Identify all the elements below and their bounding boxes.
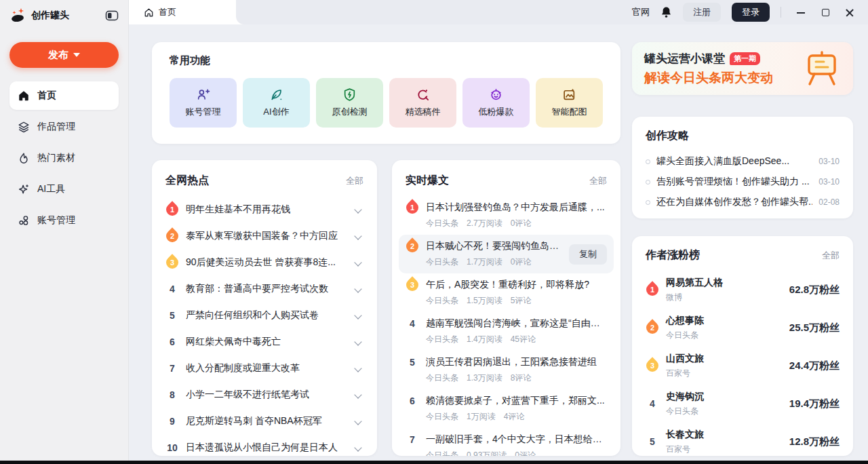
hot-topic-row[interactable]: 3 90后健美运动员去世 曾获赛事8连... (165, 249, 363, 275)
hot-topic-row[interactable]: 5 严禁向任何组织和个人购买试卷 (165, 302, 363, 328)
article-comments: 8评论 (511, 372, 532, 384)
sidebar-item-hot-materials[interactable]: 热门素材 (9, 144, 119, 172)
section-title: 全网热点 (165, 174, 209, 188)
sidebar-item-label: AI工具 (37, 183, 65, 195)
viral-article-row[interactable]: 2 日本贼心不死！要强闯钓鱼岛？... 今日头条 1.7万阅读 0评论 复制 (399, 235, 614, 273)
guide-row[interactable]: 告别账号管理烦恼！创作罐头助力 ... 03-10 (646, 172, 840, 192)
article-comments: 0评论 (511, 256, 532, 268)
article-source: 今日头条 (426, 372, 458, 384)
article-comments: 5评论 (511, 295, 532, 307)
viral-article-row[interactable]: 4 越南军舰强闯台湾海峡，宣称这是“自由航... 今日头条 1.4万阅读 45评… (399, 312, 614, 351)
tile-low-fan-hits[interactable]: 低粉爆款 (462, 78, 530, 128)
login-button[interactable]: 登录 (732, 3, 770, 22)
viral-article-row[interactable]: 6 赖清德要掀桌子，对蓝营下重手，郑丽文... 今日头条 1万阅读 4评论 (399, 389, 614, 428)
guide-row[interactable]: 还在为自媒体创作发愁？创作罐头帮... 02-08 (646, 192, 840, 212)
sidebar-item-accounts[interactable]: 账号管理 (9, 206, 119, 235)
viral-article-row[interactable]: 3 午后，A股突发！重磅利好，即将释放? 今日头条 1.5万阅读 5评论 (399, 273, 614, 312)
hot-topic-row[interactable]: 8 小学一二年级不进行纸笔考试 (165, 381, 363, 408)
hot-topic-row[interactable]: 7 收入分配制度或迎重大改革 (165, 355, 363, 381)
hot-topics-all-link[interactable]: 全部 (346, 175, 363, 187)
author-name: 长春文旅 (666, 429, 783, 441)
hot-topic-row[interactable]: 2 泰军从柬军缴获中国装备？中方回应 (165, 223, 363, 249)
chevron-down-icon[interactable] (354, 417, 361, 425)
banner-title: 罐头运营小课堂 (644, 51, 725, 66)
tile-originality-check[interactable]: 原创检测 (316, 78, 383, 128)
article-title: 午后，A股突发！重磅利好，即将释放? (426, 279, 589, 291)
chevron-down-icon[interactable] (354, 258, 361, 266)
sidebar-item-works[interactable]: 作品管理 (9, 113, 119, 141)
section-title: 实时爆文 (406, 174, 449, 188)
article-source: 今日头条 (426, 334, 458, 345)
hot-topic-row[interactable]: 6 网红柴犬佩奇中毒死亡 (165, 328, 363, 355)
publish-label: 发布 (48, 49, 68, 62)
sidebar-item-label: 账号管理 (37, 214, 75, 227)
author-row[interactable]: 1 网易第五人格 微博 62.8万粉丝 (646, 271, 840, 309)
topic-title: 网红柴犬佩奇中毒死亡 (186, 336, 349, 348)
viral-article-row[interactable]: 7 一副破旧手套，4个中文大字，日本想给自... 今日头条 0.93万阅读 0评… (399, 428, 614, 456)
article-source: 今日头条 (426, 411, 458, 423)
chevron-down-icon[interactable] (354, 232, 361, 239)
copy-button[interactable]: 复制 (569, 244, 607, 265)
rank-number: 4 (650, 398, 655, 409)
register-button[interactable]: 注册 (683, 3, 721, 22)
author-row[interactable]: 2 心想事陈 今日头条 25.5万粉丝 (646, 309, 840, 347)
official-site-link[interactable]: 官网 (632, 6, 650, 18)
window-maximize-button[interactable] (821, 7, 830, 17)
course-banner[interactable]: 罐头运营小课堂 第一期 解读今日头条两大变动 (632, 42, 853, 95)
author-rankings-all-link[interactable]: 全部 (822, 250, 840, 262)
publish-button[interactable]: 发布 (9, 42, 119, 68)
rank-badge: 3 (403, 276, 420, 293)
window-minimize-button[interactable] (796, 7, 806, 17)
tile-label: 账号管理 (186, 106, 221, 118)
topic-title: 小学一二年级不进行纸笔考试 (186, 389, 349, 401)
window-close-button[interactable] (845, 7, 854, 17)
topic-title: 尼克斯逆转马刺 首夺NBA杯冠军 (186, 415, 349, 427)
hot-topic-row[interactable]: 10 日本遗孤说从小恨自己为何是日本人 (165, 434, 363, 456)
chevron-down-icon[interactable] (354, 364, 361, 372)
app-window: 创作罐头 发布 首页 作品管理 (0, 0, 868, 464)
article-comments: 45评论 (511, 334, 536, 345)
sidebar-item-label: 首页 (37, 90, 56, 102)
tab-home[interactable]: 首页 (129, 0, 236, 24)
whiteboard-easel-icon (803, 51, 841, 86)
author-platform: 今日头条 (666, 330, 783, 341)
rank-badge: 3 (644, 357, 660, 374)
author-row[interactable]: 4 史海钩沉 今日头条 19.4万粉丝 (646, 385, 840, 423)
sidebar-item-ai-tools[interactable]: AI工具 (9, 175, 119, 204)
guide-title: 还在为自媒体创作发愁？创作罐头帮... (656, 196, 812, 208)
hot-topic-row[interactable]: 9 尼克斯逆转马刺 首夺NBA杯冠军 (165, 408, 363, 434)
chevron-down-icon[interactable] (354, 338, 361, 345)
sidebar-item-home[interactable]: 首页 (9, 81, 119, 110)
chevron-down-icon[interactable] (354, 444, 361, 451)
guide-row[interactable]: 罐头全面接入满血版DeepSee... 03-10 (646, 151, 840, 172)
notification-bell-icon[interactable] (660, 6, 672, 18)
hot-topic-row[interactable]: 1 明年生娃基本不用再花钱 (165, 196, 363, 223)
chevron-down-icon[interactable] (354, 391, 361, 398)
divider (781, 7, 781, 18)
rank-number: 5 (170, 310, 175, 321)
viral-article-row[interactable]: 1 日本计划强登钓鱼岛？中方发最后通牒，... 今日头条 2.7万阅读 0评论 (399, 196, 614, 235)
hot-topic-row[interactable]: 4 教育部：普通高中要严控考试次数 (165, 275, 363, 302)
author-row[interactable]: 3 山西文旅 百家号 24.4万粉丝 (646, 347, 840, 385)
sidebar-item-label: 作品管理 (37, 121, 75, 133)
article-reads: 2.7万阅读 (467, 218, 502, 229)
tile-selected-drafts[interactable]: 精选稿件 (389, 78, 456, 128)
sidebar-collapse-icon[interactable] (105, 9, 119, 22)
tile-smart-images[interactable]: 智能配图 (536, 78, 603, 128)
tile-ai-creation[interactable]: AI创作 (243, 78, 310, 128)
rank-number: 8 (170, 389, 175, 400)
chevron-down-icon[interactable] (354, 311, 361, 319)
article-title: 日本计划强登钓鱼岛？中方发最后通牒，... (426, 201, 605, 214)
viral-article-row[interactable]: 5 演员王传君因病退出，王阳紧急接替进组 今日头条 1.3万阅读 8评论 (399, 351, 614, 389)
chevron-down-icon[interactable] (354, 285, 361, 292)
layers-icon (18, 121, 30, 133)
sidebar: 创作罐头 发布 首页 作品管理 (0, 0, 129, 464)
viral-articles-all-link[interactable]: 全部 (589, 175, 607, 187)
rank-number: 4 (410, 318, 415, 329)
rank-number: 9 (170, 416, 175, 427)
article-title: 一副破旧手套，4个中文大字，日本想给自... (426, 433, 607, 446)
author-name: 心想事陈 (666, 315, 783, 327)
chevron-down-icon[interactable] (354, 206, 361, 213)
tile-account-management[interactable]: 账号管理 (170, 78, 237, 128)
author-row[interactable]: 5 长春文旅 百家号 12.8万粉丝 (646, 423, 840, 456)
